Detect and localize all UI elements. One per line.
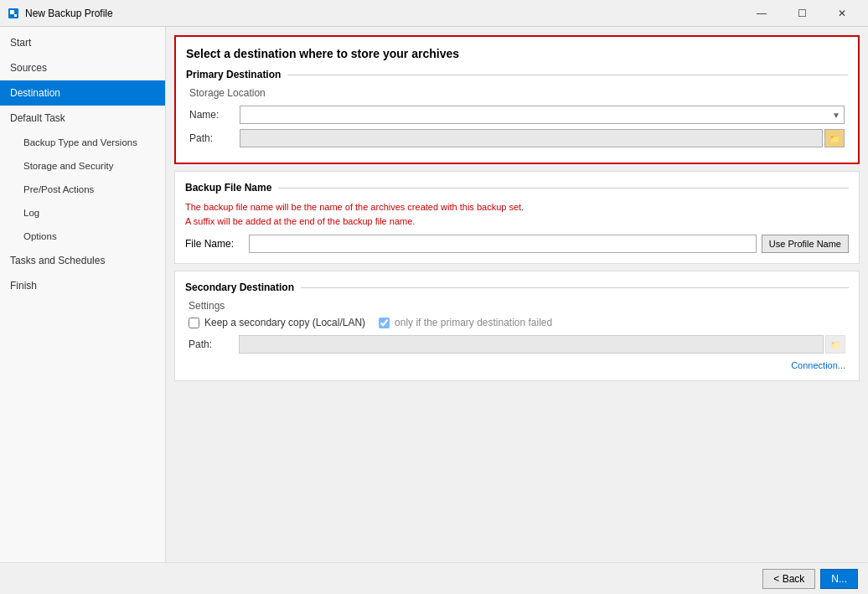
secondary-browse-button: 📁 [825,335,845,354]
primary-destination-panel: Select a destination where to store your… [174,35,860,164]
secondary-path-row: Path: 📁 [185,335,849,354]
file-name-row: File Name: Use Profile Name [185,235,849,253]
name-dropdown[interactable]: ▼ [240,106,845,124]
name-label: Name: [189,109,240,121]
sidebar-item-sources[interactable]: Sources [0,55,165,80]
sidebar-item-log[interactable]: Log [0,201,165,225]
secondary-path-label: Path: [189,338,239,350]
only-if-failed-label: only if the primary destination failed [395,317,552,328]
backup-filename-header: Backup File Name [185,182,849,194]
backup-filename-desc: The backup file name will be the name of… [185,200,849,228]
connection-link[interactable]: Connection... [791,360,845,370]
title-bar: New Backup Profile — ☐ ✕ [0,0,868,27]
sidebar-item-finish[interactable]: Finish [0,273,165,298]
secondary-destination-panel: Secondary Destination Settings Keep a se… [174,271,860,381]
path-label: Path: [189,132,240,144]
keep-secondary-label: Keep a secondary copy (Local/LAN) [204,317,365,328]
keep-secondary-checkbox[interactable] [189,318,199,328]
secondary-path-input [239,335,824,354]
sidebar-item-tasks-schedules[interactable]: Tasks and Schedules [0,248,165,273]
main-title: Select a destination where to store your… [186,47,848,60]
path-input[interactable] [240,129,823,147]
folder-icon-disabled: 📁 [830,340,840,349]
svg-rect-2 [14,14,17,17]
window-controls: — ☐ ✕ [742,1,861,26]
sidebar: Start Sources Destination Default Task B… [0,27,166,562]
browse-button[interactable]: 📁 [824,129,845,147]
main-container: Start Sources Destination Default Task B… [0,27,868,562]
sidebar-item-options[interactable]: Options [0,225,165,248]
sidebar-item-default-task[interactable]: Default Task [0,106,165,131]
name-row: Name: ▼ [186,106,848,124]
only-if-failed-checkbox[interactable] [379,318,390,328]
window-title: New Backup Profile [25,8,742,19]
backup-filename-panel: Backup File Name The backup file name wi… [174,171,860,264]
primary-destination-header: Primary Destination [186,69,848,80]
next-button[interactable]: N... [820,569,858,589]
sidebar-item-destination[interactable]: Destination [0,80,165,106]
use-profile-button[interactable]: Use Profile Name [762,235,849,253]
minimize-button[interactable]: — [742,1,781,26]
chevron-down-icon: ▼ [832,111,840,120]
folder-icon: 📁 [829,134,840,143]
close-button[interactable]: ✕ [823,1,861,26]
app-icon [7,7,20,20]
svg-rect-1 [10,10,14,14]
settings-label: Settings [189,300,849,312]
path-row: Path: 📁 [186,129,848,147]
sidebar-item-backup-type[interactable]: Backup Type and Versions [0,131,165,154]
secondary-destination-header: Secondary Destination [185,282,849,293]
keep-secondary-row: Keep a secondary copy (Local/LAN) only i… [185,317,849,328]
maximize-button[interactable]: ☐ [783,1,821,26]
sidebar-item-pre-post[interactable]: Pre/Post Actions [0,178,165,201]
sidebar-item-start[interactable]: Start [0,30,165,55]
connection-row: Connection... [185,360,849,370]
sidebar-item-storage-security[interactable]: Storage and Security [0,154,165,178]
file-name-input[interactable] [249,235,757,253]
storage-location-label: Storage Location [189,87,848,99]
content-area: Select a destination where to store your… [166,27,868,562]
bottom-bar: < Back N... [0,562,868,594]
back-button[interactable]: < Back [762,569,815,589]
file-name-label: File Name: [185,238,244,250]
